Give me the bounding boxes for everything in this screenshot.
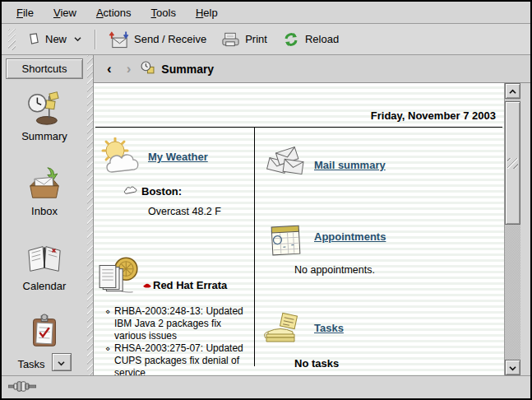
evolution-window: File View Actions Tools Help New Send / … (0, 0, 532, 400)
errata-list-item[interactable]: ⋄ RHSA-2003:275-07: Updated CUPS package… (105, 342, 253, 375)
summary-shortcut-icon (25, 91, 63, 127)
summary-left-column: My Weather Boston: Overcast 48.2 F (94, 128, 255, 366)
appointments-section-header: Appointments (268, 222, 504, 259)
right-gutter (520, 83, 530, 375)
send-receive-button[interactable]: Send / Receive (101, 26, 214, 53)
menu-bar: File View Actions Tools Help (2, 2, 530, 24)
sidebar-item-tasks[interactable]: Tasks (17, 314, 71, 371)
mail-section-header: Mail summary (266, 146, 504, 181)
new-button-label: New (45, 33, 67, 45)
tasks-shortcut-icon (25, 314, 63, 350)
shortcut-group-combo-button[interactable] (52, 353, 72, 371)
toolbar-drag-handle[interactable] (8, 29, 16, 50)
menu-tools[interactable]: Tools (141, 3, 186, 22)
menu-actions-mnemonic: A (96, 7, 104, 19)
main-view: ‹ › Summary Friday, November 7 2003 (93, 55, 530, 375)
my-weather-link[interactable]: My Weather (148, 151, 208, 178)
weather-location-row: Boston: (123, 184, 254, 198)
menu-tools-label: ools (156, 7, 176, 19)
new-note-icon (26, 32, 40, 46)
sidebar-item-tasks-label: Tasks (17, 358, 44, 370)
sidebar-item-inbox[interactable]: Inbox (25, 165, 63, 217)
summary-canvas: Friday, November 7 2003 (93, 83, 504, 375)
send-receive-label: Send / Receive (134, 33, 206, 45)
errata-item-text: RHBA-2003:248-13: Updated IBM Java 2 pac… (114, 305, 253, 342)
toolbar-separator (95, 30, 96, 49)
menu-actions[interactable]: Actions (86, 3, 141, 22)
menu-file-mnemonic: F (16, 7, 23, 19)
sidebar-item-summary[interactable]: Summary (21, 91, 67, 142)
view-header: ‹ › Summary (93, 55, 530, 83)
weather-condition: Overcast 48.2 F (148, 206, 254, 217)
print-button[interactable]: Print (214, 27, 275, 52)
appointments-icon (268, 222, 304, 259)
scroll-down-button[interactable] (505, 360, 520, 375)
weather-icon (99, 137, 143, 178)
summary-right-column: Mail summary (255, 128, 504, 366)
bullet-icon: ⋄ (105, 305, 114, 342)
shortcuts-sidebar: Shortcuts Summary (2, 55, 87, 375)
errata-title-text: Red Hat Errata (153, 279, 227, 291)
errata-title: Red Hat Errata (143, 270, 227, 300)
errata-list-item[interactable]: ⋄ RHBA-2003:248-13: Updated IBM Java 2 p… (105, 305, 253, 342)
errata-icon (97, 255, 141, 300)
chevron-up-icon (508, 85, 517, 97)
menu-view-label: iew (60, 7, 76, 19)
scrollbar-grip (507, 158, 518, 169)
menu-actions-label: ctions (104, 7, 132, 19)
tasks-link[interactable]: Tasks (314, 322, 344, 347)
tasks-empty-text: No tasks (294, 357, 504, 370)
new-button[interactable]: New (19, 28, 90, 50)
appointments-link[interactable]: Appointments (314, 230, 386, 259)
reload-button[interactable]: Reload (275, 27, 346, 52)
status-bar (2, 375, 530, 398)
menu-help-mnemonic: H (196, 7, 203, 19)
tasks-section-header: Tasks (261, 310, 504, 347)
forward-button[interactable]: › (122, 61, 136, 77)
errata-list: ⋄ RHBA-2003:248-13: Updated IBM Java 2 p… (105, 305, 253, 375)
calendar-shortcut-icon (25, 240, 63, 277)
errata-section-header: Red Hat Errata (97, 255, 254, 300)
scroll-up-button[interactable] (505, 83, 520, 99)
errata-item-text: RHSA-2003:275-07: Updated CUPS packages … (114, 342, 253, 375)
mail-summary-icon (266, 146, 304, 181)
toolbar: New Send / Receive Print (2, 24, 530, 55)
printer-icon (221, 31, 240, 48)
online-status-icon[interactable] (8, 381, 36, 394)
red-hat-icon (143, 279, 151, 291)
menu-file-label: ile (23, 7, 34, 19)
weather-location-label: Boston: (141, 185, 182, 198)
summary-content-row: Friday, November 7 2003 (93, 83, 530, 375)
sidebar-item-inbox-label: Inbox (31, 205, 58, 217)
shortcuts-group-button[interactable]: Shortcuts (6, 58, 83, 79)
sidebar-item-calendar-label: Calendar (23, 280, 67, 292)
back-button[interactable]: ‹ (102, 61, 117, 77)
menu-view[interactable]: View (44, 3, 86, 22)
body: Shortcuts Summary (2, 55, 530, 375)
tasks-notes-icon (261, 310, 303, 347)
send-receive-icon (109, 30, 129, 49)
menu-help[interactable]: Help (186, 3, 228, 22)
inbox-shortcut-icon (25, 165, 63, 202)
reload-icon (282, 31, 300, 48)
print-label: Print (245, 33, 267, 45)
reload-label: Reload (305, 33, 339, 45)
chevron-down-icon (73, 36, 82, 42)
view-title: Summary (161, 63, 214, 76)
sidebar-item-summary-label: Summary (21, 130, 67, 142)
cloud-icon (123, 184, 137, 198)
menu-help-label: elp (203, 7, 217, 19)
date-heading: Friday, November 7 2003 (94, 83, 504, 127)
summary-view-icon (141, 61, 155, 77)
weather-section-header: My Weather (99, 137, 254, 178)
scrollbar-thumb[interactable] (505, 101, 520, 225)
sidebar-item-calendar[interactable]: Calendar (23, 240, 67, 292)
sidebar-splitter-handle[interactable] (87, 55, 93, 375)
bullet-icon: ⋄ (105, 342, 114, 375)
mail-summary-link[interactable]: Mail summary (314, 159, 386, 181)
appointments-empty-text: No appointments. (294, 264, 504, 276)
chevron-down-icon (508, 361, 517, 374)
vertical-scrollbar[interactable] (504, 83, 520, 375)
menu-file[interactable]: File (7, 3, 44, 22)
chevron-down-icon (57, 356, 66, 369)
